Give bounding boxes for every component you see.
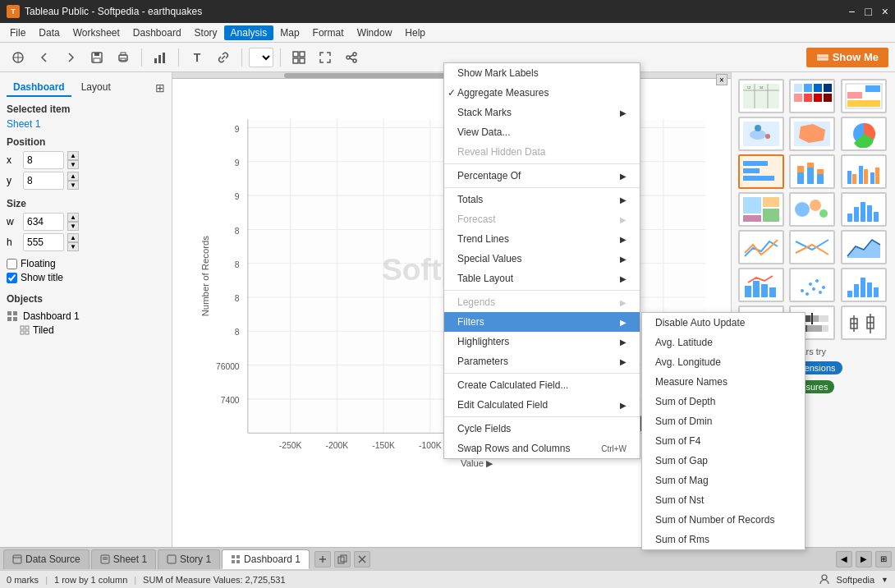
w-up[interactable]: ▲ [67,213,79,222]
menu-worksheet[interactable]: Worksheet [67,25,126,40]
maximize-button[interactable]: □ [865,5,871,18]
toolbar-grid-icon[interactable] [287,46,310,69]
h-spinner[interactable]: ▲ ▼ [67,233,79,251]
chart-thumb-dual-combination[interactable] [738,268,784,302]
x-spinner[interactable]: ▲ ▼ [67,151,79,169]
chart-thumb-side-histograms[interactable] [841,192,887,227]
h-down[interactable]: ▼ [67,242,79,251]
toolbar-compass-icon[interactable] [7,46,30,69]
menu-parameters[interactable]: Parameters ▶ [444,351,640,371]
chart-thumb-highlight-table[interactable] [841,79,887,113]
chart-thumb-symbol-map[interactable] [738,117,784,151]
x-down[interactable]: ▼ [67,160,79,169]
add-sheet-btn[interactable] [314,551,331,567]
floating-checkbox[interactable] [7,259,17,269]
tab-nav-next[interactable]: ▶ [856,551,872,567]
menu-window[interactable]: Window [351,25,399,40]
y-spinner[interactable]: ▲ ▼ [67,172,79,190]
submenu-sum-of-mag[interactable]: Sum of Mag [642,471,805,490]
submenu-disable-auto-update[interactable]: Disable Auto Update [642,313,805,333]
h-up[interactable]: ▲ [67,233,79,242]
chart-thumb-line[interactable] [738,230,784,264]
tab-nav-prev[interactable]: ◀ [836,551,852,567]
chart-close-btn[interactable]: × [716,74,727,85]
chart-thumb-filled-map[interactable] [789,117,835,151]
menu-story[interactable]: Story [188,25,224,40]
x-input[interactable] [23,151,64,169]
menu-help[interactable]: Help [398,25,432,40]
toolbar-link-icon[interactable] [212,46,235,69]
show-title-label[interactable]: Show title [21,272,63,283]
toolbar-back-icon[interactable] [33,46,56,69]
toolbar-save-icon[interactable] [85,46,108,69]
chart-thumb-area[interactable] [841,230,887,264]
toolbar-text-icon[interactable]: T [186,46,209,69]
y-input[interactable] [23,172,64,190]
toolbar-print-icon[interactable] [112,46,135,69]
submenu-sum-of-depth[interactable]: Sum of Depth [642,392,805,411]
close-button[interactable]: × [882,5,888,18]
floating-label[interactable]: Floating [21,258,56,269]
y-up[interactable]: ▲ [67,172,79,181]
toolbar-share-icon[interactable] [340,46,363,69]
minimize-button[interactable]: − [848,5,855,18]
menu-view-data[interactable]: View Data... [444,122,640,142]
chart-thumb-box-whisker[interactable] [841,305,887,340]
menu-aggregate-measures[interactable]: Aggregate Measures [444,83,640,103]
submenu-sum-of-rms[interactable]: Sum of Rms [642,530,805,549]
menu-dashboard[interactable]: Dashboard [126,25,188,40]
w-down[interactable]: ▼ [67,222,79,231]
h-input[interactable] [23,233,64,251]
menu-data[interactable]: Data [32,25,66,40]
duplicate-sheet-btn[interactable] [334,551,351,567]
w-spinner[interactable]: ▲ ▼ [67,213,79,231]
submenu-sum-of-number-of-records[interactable]: Sum of Number of Records [642,510,805,530]
username[interactable]: Softpedia [837,575,874,585]
chart-thumb-scatter[interactable] [789,268,835,302]
submenu-sum-of-f4[interactable]: Sum of F4 [642,431,805,451]
panel-pin-icon[interactable]: ⊞ [155,81,165,94]
menu-create-calculated-field[interactable]: Create Calculated Field... [444,375,640,395]
menu-totals[interactable]: Totals ▶ [444,190,640,209]
toolbar-chart-icon[interactable] [149,46,172,69]
menu-swap-rows-columns[interactable]: Swap Rows and Columns Ctrl+W [444,439,640,458]
y-down[interactable]: ▼ [67,181,79,190]
chart-thumb-text-table[interactable]: 1234 [738,79,784,113]
menu-stack-marks[interactable]: Stack Marks ▶ [444,103,640,122]
tab-list-btn[interactable]: ⊞ [875,551,892,567]
submenu-avg-latitude[interactable]: Avg. Latitude [642,333,805,352]
chart-thumb-stacked-bars[interactable] [789,154,835,189]
submenu-measure-names[interactable]: Measure Names [642,372,805,392]
title-bar-controls[interactable]: − □ × [848,5,888,18]
submenu-sum-of-dmin[interactable]: Sum of Dmin [642,411,805,431]
submenu-sum-of-nst[interactable]: Sum of Nst [642,490,805,510]
menu-show-mark-labels[interactable]: Show Mark Labels [444,63,640,83]
show-title-checkbox[interactable] [7,273,17,283]
remove-sheet-btn[interactable] [354,551,370,567]
tab-sheet1[interactable]: Sheet 1 [91,549,156,569]
chart-thumb-pie[interactable] [841,117,887,151]
chart-thumb-heat-map[interactable] [789,79,835,113]
show-me-button[interactable]: Show Me [806,48,888,67]
submenu-sum-of-gap[interactable]: Sum of Gap [642,451,805,471]
menu-file[interactable]: File [3,25,32,40]
chart-thumb-circles[interactable] [789,192,835,227]
tab-dashboard1[interactable]: Dashboard 1 [222,549,310,569]
chart-thumb-horizontal-bars[interactable] [738,154,784,189]
menu-highlighters[interactable]: Highlighters ▶ [444,332,640,351]
tab-data-source[interactable]: Data Source [3,549,90,569]
scroll-thumb[interactable] [284,73,452,78]
menu-format[interactable]: Format [306,25,351,40]
menu-cycle-fields[interactable]: Cycle Fields [444,419,640,439]
menu-filters[interactable]: Filters ▶ Disable Auto Update Avg. Latit… [444,312,640,332]
menu-percentage-of[interactable]: Percentage Of ▶ [444,166,640,186]
toolbar-forward-icon[interactable] [59,46,82,69]
chart-thumb-dual-line[interactable] [789,230,835,264]
chart-thumb-histogram[interactable] [841,268,887,302]
menu-edit-calculated-field[interactable]: Edit Calculated Field ▶ [444,395,640,415]
submenu-avg-longitude[interactable]: Avg. Longitude [642,352,805,372]
tab-dashboard[interactable]: Dashboard [7,79,71,97]
tab-layout[interactable]: Layout [75,79,117,97]
menu-trend-lines[interactable]: Trend Lines ▶ [444,229,640,249]
view-selector[interactable]: Entire View [249,48,273,67]
